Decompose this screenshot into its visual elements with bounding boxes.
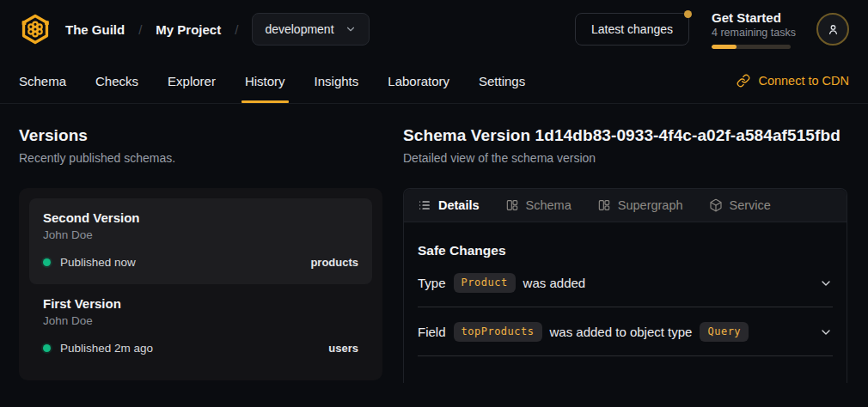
list-icon [418,198,431,212]
version-name: Second Version [43,210,358,225]
versions-panel: Versions Recently published schemas. Sec… [19,126,382,383]
versions-title: Versions [19,126,382,145]
tab-insights[interactable]: Insights [315,58,359,103]
breadcrumb: The Guild / My Project / development [19,13,370,46]
breadcrumb-separator: / [235,22,238,37]
tab-settings[interactable]: Settings [479,58,525,103]
guild-logo-icon[interactable] [19,13,52,46]
tab-details[interactable]: Details [418,198,480,212]
tab-supergraph[interactable]: Supergraph [597,198,683,212]
change-description: Field topProducts was added to object ty… [418,322,749,342]
link-icon [737,74,750,88]
schema-version-detail: Details Schema Supergr [403,188,847,383]
published-status-icon [43,344,51,352]
schema-version-panel: Schema Version 1d14db83-0933-4f4c-a02f-a… [403,126,847,383]
tab-history[interactable]: History [245,58,285,103]
version-status-row: Published 2m ago users [43,342,358,355]
change-description: Type Product was added [418,273,585,293]
cube-icon [709,198,723,212]
get-started-widget[interactable]: Get Started 4 remaining tasks [712,10,794,49]
tab-checks[interactable]: Checks [95,58,138,103]
change-text: was added [523,276,586,290]
tab-label: Service [730,198,771,212]
columns-icon [597,198,611,212]
detail-tabs: Details Schema Supergr [404,189,847,222]
user-avatar[interactable] [816,13,849,46]
expand-chevron-icon[interactable] [819,325,833,339]
change-row-field-added[interactable]: Field topProducts was added to object ty… [418,307,833,356]
tab-explorer[interactable]: Explorer [168,58,216,103]
schema-version-title: Schema Version 1d14db83-0933-4f4c-a02f-a… [403,126,847,145]
target-selector-value: development [265,22,333,36]
tab-schema[interactable]: Schema [19,58,66,103]
code-badge: topProducts [454,322,542,342]
version-author: John Doe [43,228,358,241]
published-label: Published 2m ago [60,342,153,355]
tab-label: Schema [526,198,572,212]
main-content: Versions Recently published schemas. Sec… [0,104,868,383]
version-card-first[interactable]: First Version John Doe Published 2m ago … [29,284,372,370]
header-actions: Latest changes Get Started 4 remaining t… [575,10,849,49]
target-selector[interactable]: development [252,13,369,46]
columns-icon [505,198,519,212]
chevron-down-icon [345,23,357,35]
code-badge: Query [700,322,749,342]
change-text: was added to object type [550,325,693,339]
get-started-progress-track [712,45,791,49]
detail-body: Safe Changes Type Product was added Fiel… [404,222,847,356]
notification-dot [684,10,692,18]
version-name: First Version [43,296,358,311]
nav-tabs: Schema Checks Explorer History Insights … [19,58,525,103]
connect-to-cdn-label: Connect to CDN [758,74,849,88]
get-started-subtitle: 4 remaining tasks [712,27,794,39]
target-navbar: Schema Checks Explorer History Insights … [0,58,868,104]
latest-changes-label: Latest changes [591,22,673,36]
version-status-row: Published now products [43,256,358,269]
breadcrumb-project[interactable]: My Project [156,22,221,37]
breadcrumb-org[interactable]: The Guild [65,22,125,37]
service-name: users [328,342,358,355]
tab-service[interactable]: Service [709,198,771,212]
code-badge: Product [454,273,516,293]
version-author: John Doe [43,314,358,327]
tab-label: Details [438,198,480,212]
get-started-title: Get Started [712,10,794,25]
latest-changes-button[interactable]: Latest changes [575,13,689,46]
change-row-type-added[interactable]: Type Product was added [418,258,833,307]
progress-fill [712,45,737,49]
versions-list: Second Version John Doe Published now pr… [19,188,382,380]
service-name: products [310,256,358,269]
breadcrumb-separator: / [138,22,142,37]
change-text: Field [418,325,446,339]
tab-label: Supergraph [618,198,683,212]
published-status-icon [43,258,51,266]
app-header: The Guild / My Project / development Lat… [0,0,868,58]
tab-schema-view[interactable]: Schema [505,198,572,212]
version-card-second[interactable]: Second Version John Doe Published now pr… [29,198,372,284]
person-icon [826,22,840,37]
schema-version-subtitle: Detailed view of the schema version [403,151,847,165]
safe-changes-title: Safe Changes [418,243,833,258]
published-label: Published now [60,256,136,269]
versions-subtitle: Recently published schemas. [19,151,382,165]
change-text: Type [418,276,446,290]
connect-to-cdn-link[interactable]: Connect to CDN [737,58,849,103]
tab-laboratory[interactable]: Laboratory [388,58,449,103]
expand-chevron-icon[interactable] [819,276,833,290]
